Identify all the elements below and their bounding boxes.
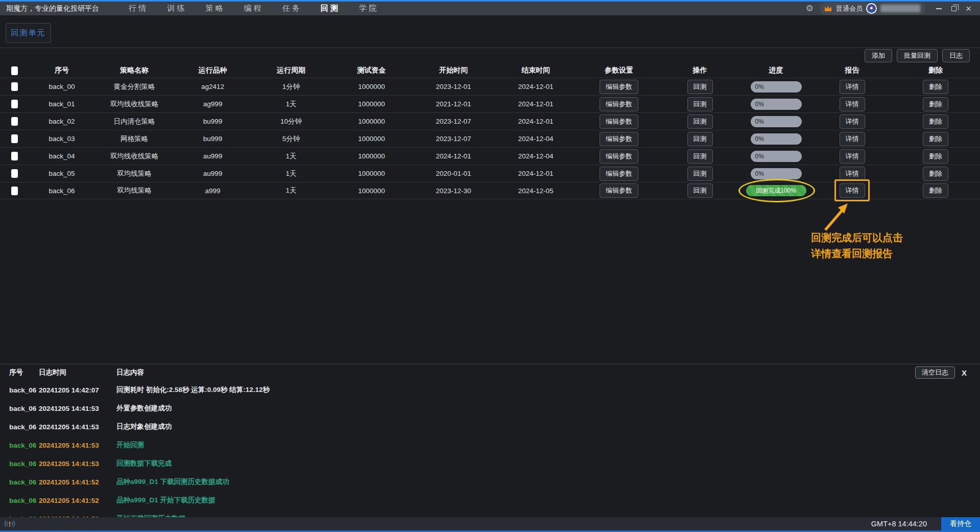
edit-params-button[interactable]: 编辑参数 (600, 167, 638, 181)
batch-backtest-button[interactable]: 批量回测 (897, 49, 938, 62)
annotation-text: 回测完成后可以点击 详情查看回测报告 (811, 230, 903, 262)
log-close-icon[interactable]: X (962, 368, 967, 377)
menu-item-academy[interactable]: 学 院 (359, 4, 376, 13)
menu-item-coding[interactable]: 编 程 (244, 4, 261, 13)
edit-params-button[interactable]: 编辑参数 (600, 114, 638, 129)
edit-params-button[interactable]: 编辑参数 (600, 149, 638, 164)
minimize-button[interactable] (931, 2, 946, 15)
menu-item-backtest[interactable]: 回 测 (321, 4, 338, 13)
detail-button[interactable]: 详情 (840, 183, 865, 198)
row-end-date: 2024-12-05 (494, 187, 577, 195)
progress-bar: 0% (751, 81, 802, 92)
network-signal-icon (4, 520, 15, 528)
detail-button[interactable]: 详情 (840, 97, 865, 111)
menu-item-quotes[interactable]: 行 情 (129, 4, 146, 13)
row-period: 1分钟 (252, 82, 330, 91)
menu-item-tasks[interactable]: 任 务 (282, 4, 300, 13)
row-checkbox[interactable] (11, 134, 18, 143)
select-all-checkbox[interactable] (11, 66, 18, 75)
progress-bar: 0% (751, 99, 802, 110)
log-button[interactable]: 日志 (942, 49, 970, 62)
detail-button[interactable]: 详情 (840, 132, 865, 146)
annotation-line2: 详情查看回测报告 (811, 246, 903, 262)
backtest-button[interactable]: 回测 (687, 80, 713, 94)
avatar[interactable] (866, 3, 877, 14)
edit-params-button[interactable]: 编辑参数 (600, 132, 638, 146)
row-start-date: 2023-12-30 (413, 187, 494, 195)
row-period: 1天 (252, 152, 330, 161)
log-header-id: 序号 (9, 368, 39, 377)
row-capital: 1000000 (330, 187, 413, 195)
view-positions-button[interactable]: 看持仓 (941, 517, 980, 530)
row-strategy: 双均线策略 (95, 169, 174, 178)
menu-item-strategy[interactable]: 策 略 (205, 4, 223, 13)
row-capital: 1000000 (330, 170, 413, 177)
log-header-row: 序号 日志时间 日志内容 清空日志 X (0, 364, 980, 381)
backtest-button[interactable]: 回测 (687, 97, 713, 111)
progress-bar: 0% (751, 151, 802, 162)
detail-button[interactable]: 详情 (840, 80, 865, 94)
header-symbol: 运行品种 (174, 66, 252, 75)
header-start: 开始时间 (413, 66, 494, 75)
clear-log-button[interactable]: 清空日志 (915, 366, 955, 379)
row-capital: 1000000 (330, 152, 413, 160)
row-checkbox[interactable] (11, 82, 18, 91)
row-end-date: 2024-12-01 (494, 170, 577, 177)
backtest-button[interactable]: 回测 (687, 149, 713, 164)
row-id: back_04 (29, 152, 95, 160)
row-checkbox[interactable] (11, 187, 18, 195)
row-strategy: 黄金分割策略 (95, 82, 174, 91)
progress-bar: 0% (751, 133, 802, 145)
delete-button[interactable]: 删除 (923, 132, 948, 146)
detail-button[interactable]: 详情 (840, 167, 865, 181)
row-end-date: 2024-12-04 (494, 135, 577, 143)
backtest-button[interactable]: 回测 (687, 183, 713, 198)
gear-icon[interactable]: ⚙ (806, 3, 814, 14)
maximize-button[interactable] (946, 2, 961, 15)
log-row: back_06 20241205 14:42:07 回测耗时 初始化:2.58秒… (0, 381, 980, 399)
delete-button[interactable]: 删除 (923, 183, 948, 198)
tab-backtest-unit[interactable]: 回测单元 (6, 23, 51, 43)
row-checkbox[interactable] (11, 100, 18, 108)
row-symbol: ag999 (174, 100, 252, 108)
delete-button[interactable]: 删除 (923, 80, 948, 94)
row-period: 10分钟 (252, 117, 330, 126)
table-row: back_05 双均线策略 au999 1天 1000000 2020-01-0… (0, 165, 980, 182)
table-row: back_01 双均线收线策略 ag999 1天 1000000 2021-12… (0, 95, 980, 112)
backtest-button[interactable]: 回测 (687, 132, 713, 146)
backtest-button[interactable]: 回测 (687, 167, 713, 181)
row-checkbox[interactable] (11, 152, 18, 160)
row-checkbox[interactable] (11, 169, 18, 178)
annotation-line1: 回测完成后可以点击 (811, 230, 903, 246)
crown-icon (824, 5, 832, 12)
backtest-button[interactable]: 回测 (687, 114, 713, 129)
row-symbol: au999 (174, 152, 252, 160)
row-start-date: 2023-12-01 (413, 83, 494, 90)
delete-button[interactable]: 删除 (923, 149, 948, 164)
header-action: 操作 (661, 66, 739, 75)
header-id: 序号 (29, 66, 95, 75)
delete-button[interactable]: 删除 (923, 114, 948, 129)
detail-button[interactable]: 详情 (840, 149, 865, 164)
row-start-date: 2023-12-07 (413, 118, 494, 125)
edit-params-button[interactable]: 编辑参数 (600, 183, 638, 198)
log-header-time: 日志时间 (39, 368, 116, 377)
log-row: back_06 20241205 14:41:53 开始回测 (0, 436, 980, 454)
edit-params-button[interactable]: 编辑参数 (600, 80, 638, 94)
delete-button[interactable]: 删除 (923, 97, 948, 111)
member-pill[interactable]: 普通会员 (820, 3, 925, 15)
detail-button[interactable]: 详情 (840, 114, 865, 129)
row-id: back_02 (29, 118, 95, 125)
log-panel: 序号 日志时间 日志内容 清空日志 X back_06 20241205 14:… (0, 364, 980, 517)
close-button[interactable]: × (961, 2, 976, 15)
row-id: back_00 (29, 83, 95, 90)
delete-button[interactable]: 删除 (923, 167, 948, 181)
row-id: back_05 (29, 170, 95, 177)
row-capital: 1000000 (330, 135, 413, 143)
menu-item-training[interactable]: 训 练 (167, 4, 184, 13)
row-checkbox[interactable] (11, 117, 18, 126)
log-row: back_06 20241205 14:41:53 日志对象创建成功 (0, 418, 980, 436)
add-button[interactable]: 添加 (865, 49, 892, 62)
divider (0, 48, 980, 48)
edit-params-button[interactable]: 编辑参数 (600, 97, 638, 111)
